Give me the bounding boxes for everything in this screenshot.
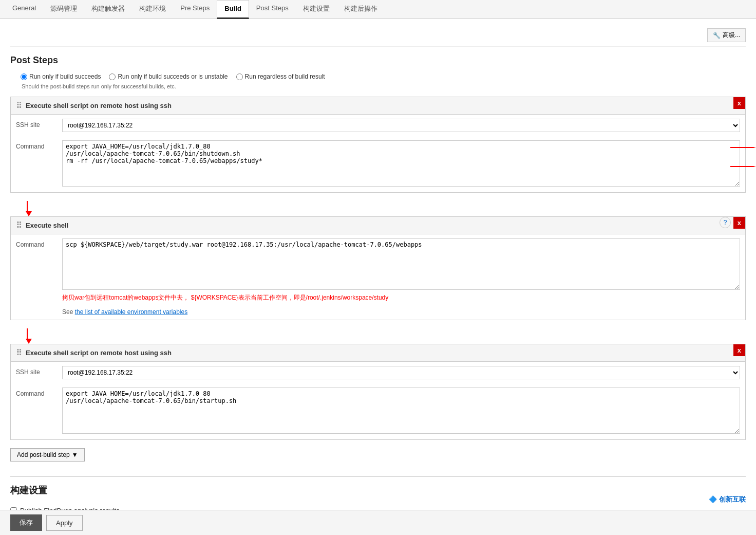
svg-marker-1 <box>753 147 756 148</box>
section-divider <box>10 476 746 477</box>
command-label-1: Command <box>16 140 62 150</box>
svg-marker-3 <box>753 166 756 167</box>
advanced-button[interactable]: 🔧 高级... <box>707 28 746 42</box>
advanced-button-label: 高级... <box>723 31 740 40</box>
tab-poststeps[interactable]: Post Steps <box>249 0 296 19</box>
panel-dots-3: ⠿ <box>16 348 23 358</box>
see-text: See <box>62 308 75 316</box>
panel-dots-1: ⠿ <box>16 101 23 110</box>
tab-source[interactable]: 源码管理 <box>43 0 84 19</box>
radio-unstable-label: Run only if build succeeds or is unstabl… <box>118 73 228 80</box>
panel-ssh-2-close[interactable]: x <box>733 344 745 356</box>
panel-ssh-1: ⠿ Execute shell script on remote host us… <box>10 97 746 193</box>
tab-triggers[interactable]: 构建触发器 <box>84 0 132 19</box>
radio-unstable-input[interactable] <box>109 73 116 80</box>
annotation-2b: ${WORKSPACE}表示当前工作空间，即是/root/.jenkins/wo… <box>191 294 389 301</box>
add-poststep-button[interactable]: Add post-build step ▼ <box>10 448 85 462</box>
down-arrow-1 <box>26 201 746 216</box>
see-link-row: See the list of available environment va… <box>11 306 745 320</box>
radio-succeed-input[interactable] <box>21 73 27 80</box>
ssh-site-label-1: SSH site <box>16 119 62 128</box>
footer-bar: 保存 Apply <box>0 510 756 535</box>
command-textarea-2[interactable]: scp ${WORKSPACE}/web/target/study.war ro… <box>62 238 740 290</box>
settings-icon: 🔧 <box>713 32 721 39</box>
env-vars-link[interactable]: the list of available environment variab… <box>75 308 187 316</box>
ssh-site-control-2: root@192.168.17.35:22 <box>62 366 740 379</box>
command-label-3: Command <box>16 388 62 397</box>
panel-ssh-1-close[interactable]: x <box>733 97 745 109</box>
radio-regardless-label: Run regardless of build result <box>245 73 325 80</box>
tab-bar: General 源码管理 构建触发器 构建环境 Pre Steps Build … <box>0 0 756 19</box>
down-arrow-2 <box>26 328 746 344</box>
watermark-icon: 🔷 <box>709 495 717 503</box>
command-control-1: export JAVA_HOME=/usr/local/jdk1.7.0_80 … <box>62 140 740 188</box>
panel-shell-help[interactable]: ? <box>720 217 731 228</box>
panel-ssh-1-body: SSH site root@192.168.17.35:22 Command e… <box>11 115 745 192</box>
build-settings-title: 构建设置 <box>10 484 746 496</box>
watermark-text: 创新互联 <box>719 495 746 503</box>
radio-regardless-input[interactable] <box>236 73 243 80</box>
top-bar: 🔧 高级... <box>10 24 746 47</box>
tab-buildsettings[interactable]: 构建设置 <box>296 0 337 19</box>
ssh-site-select-1[interactable]: root@192.168.17.35:22 <box>62 119 740 132</box>
tab-postbuild[interactable]: 构建后操作 <box>337 0 385 19</box>
main-content: 🔧 高级... Post Steps Run only if build suc… <box>0 19 756 535</box>
radio-succeed-label: Run only if build succeeds <box>29 73 101 80</box>
panel-ssh-2: ⠿ Execute shell script on remote host us… <box>10 344 746 440</box>
save-button[interactable]: 保存 <box>10 514 42 531</box>
panel-ssh-2-title: Execute shell script on remote host usin… <box>26 349 172 357</box>
panel-shell-header: ⠿ Execute shell <box>11 217 745 234</box>
radio-unstable[interactable]: Run only if build succeeds or is unstabl… <box>109 73 228 80</box>
panel-shell-body: Command scp ${WORKSPACE}/web/target/stud… <box>11 234 745 306</box>
panel-shell-title: Execute shell <box>26 222 68 229</box>
panel-ssh-1-title: Execute shell script on remote host usin… <box>26 102 172 109</box>
annotation-2a: 拷贝war包到远程tomcat的webapps文件中去， <box>62 294 189 301</box>
watermark: 🔷 创新互联 <box>709 495 746 504</box>
command-label-2: Command <box>16 238 62 248</box>
panel-shell: ⠿ Execute shell x ? Command scp ${WORKSP… <box>10 216 746 320</box>
radio-succeed[interactable]: Run only if build succeeds <box>21 73 101 80</box>
tab-build[interactable]: Build <box>217 0 249 19</box>
ssh-site-select-2[interactable]: root@192.168.17.35:22 <box>62 366 740 379</box>
radio-hint: Should the post-build steps run only for… <box>22 83 746 89</box>
tab-general[interactable]: General <box>5 0 43 19</box>
ssh-site-row-1: SSH site root@192.168.17.35:22 <box>11 115 745 136</box>
apply-button[interactable]: Apply <box>46 515 83 531</box>
command-textarea-1[interactable]: export JAVA_HOME=/usr/local/jdk1.7.0_80 … <box>62 140 740 187</box>
command-row-2: Command scp ${WORKSPACE}/web/target/stud… <box>11 234 745 306</box>
command-textarea-3[interactable]: export JAVA_HOME=/usr/local/jdk1.7.0_80 … <box>62 388 740 434</box>
add-poststep-label: Add post-build step <box>17 451 70 458</box>
command-row-3: Command export JAVA_HOME=/usr/local/jdk1… <box>11 383 745 439</box>
command-control-3: export JAVA_HOME=/usr/local/jdk1.7.0_80 … <box>62 388 740 435</box>
panel-shell-close[interactable]: x <box>733 217 745 229</box>
ssh-site-row-2: SSH site root@192.168.17.35:22 <box>11 362 745 383</box>
panel-ssh-1-header: ⠿ Execute shell script on remote host us… <box>11 97 745 115</box>
dropdown-icon: ▼ <box>72 451 78 458</box>
command-row-1: Command export JAVA_HOME=/usr/local/jdk1… <box>11 136 745 192</box>
command-control-2: scp ${WORKSPACE}/web/target/study.war ro… <box>62 238 740 302</box>
panel-ssh-2-body: SSH site root@192.168.17.35:22 Command e… <box>11 362 745 439</box>
post-steps-title: Post Steps <box>10 55 746 66</box>
tab-presteps[interactable]: Pre Steps <box>173 0 217 19</box>
panel-ssh-2-header: ⠿ Execute shell script on remote host us… <box>11 344 745 362</box>
radio-regardless[interactable]: Run regardless of build result <box>236 73 325 80</box>
radio-group: Run only if build succeeds Run only if b… <box>21 73 746 80</box>
ssh-site-control-1: root@192.168.17.35:22 <box>62 119 740 132</box>
tab-env[interactable]: 构建环境 <box>132 0 173 19</box>
panel-dots-2: ⠿ <box>16 220 23 230</box>
ssh-site-label-2: SSH site <box>16 366 62 376</box>
